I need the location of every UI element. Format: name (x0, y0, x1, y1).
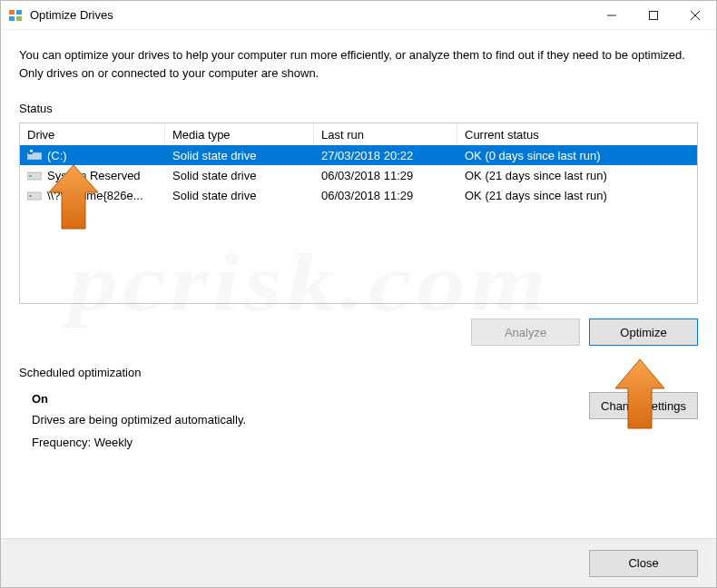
scheduled-description: Drives are being optimized automatically… (32, 413, 589, 426)
svg-rect-11 (29, 175, 32, 177)
drive-media: Solid state drive (165, 145, 314, 165)
drive-lastrun: 06/03/2018 11:29 (314, 165, 457, 185)
drive-status: OK (21 days since last run) (457, 185, 681, 205)
change-settings-button[interactable]: Change settings (589, 392, 698, 419)
defrag-icon (8, 8, 23, 23)
scheduled-on: On (32, 392, 589, 406)
drive-lastrun: 27/03/2018 20:22 (314, 145, 457, 165)
drive-row[interactable]: (C:) Solid state drive 27/03/2018 20:22 … (20, 145, 697, 165)
column-drive[interactable]: Drive (20, 123, 165, 145)
column-media-type[interactable]: Media type (165, 123, 314, 145)
svg-rect-1 (16, 10, 22, 15)
drive-media: Solid state drive (165, 165, 314, 185)
scheduled-frequency: Frequency: Weekly (32, 436, 589, 449)
close-dialog-button[interactable]: Close (589, 550, 698, 577)
svg-rect-0 (9, 10, 15, 15)
description-text: You can optimize your drives to help you… (19, 46, 698, 82)
svg-rect-5 (650, 11, 658, 19)
status-label: Status (19, 102, 698, 115)
maximize-button[interactable] (633, 1, 674, 30)
svg-rect-13 (29, 195, 32, 197)
drive-row[interactable]: System Reserved Solid state drive 06/03/… (20, 165, 697, 185)
drive-status: OK (21 days since last run) (457, 165, 681, 185)
drive-name: (C:) (47, 149, 67, 162)
drive-name: System Reserved (47, 169, 141, 182)
analyze-button: Analyze (471, 318, 580, 346)
column-last-run[interactable]: Last run (314, 123, 457, 145)
hdd-icon (27, 190, 42, 201)
window-title: Optimize Drives (30, 8, 591, 22)
windows-drive-icon (27, 150, 42, 161)
drive-status: OK (0 days since last run) (457, 145, 681, 165)
scheduled-optimization-label: Scheduled optimization (19, 366, 698, 379)
hdd-icon (27, 170, 42, 181)
optimize-button[interactable]: Optimize (589, 318, 698, 346)
drive-media: Solid state drive (165, 185, 314, 205)
drive-list: Drive Media type Last run Current status… (19, 122, 698, 304)
column-current-status[interactable]: Current status (457, 123, 681, 145)
svg-rect-3 (16, 16, 22, 21)
svg-rect-2 (9, 16, 15, 21)
drive-row[interactable]: \\?\Volume{826e... Solid state drive 06/… (20, 185, 697, 205)
drive-name: \\?\Volume{826e... (47, 189, 143, 202)
drive-list-header: Drive Media type Last run Current status (20, 123, 697, 145)
drive-lastrun: 06/03/2018 11:29 (314, 185, 457, 205)
close-button[interactable] (674, 1, 716, 30)
minimize-button[interactable] (591, 1, 633, 30)
